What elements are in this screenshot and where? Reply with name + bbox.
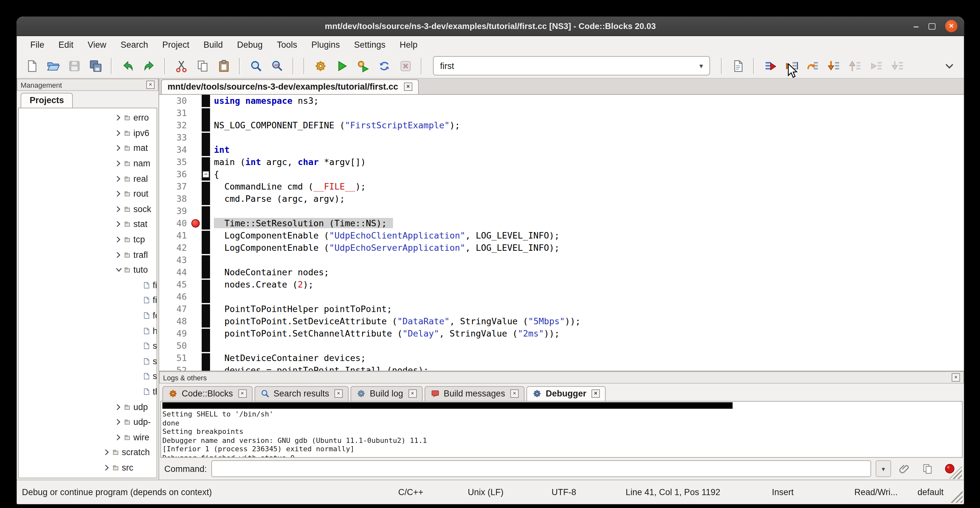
menu-settings[interactable]: Settings: [347, 37, 393, 52]
next-line-icon[interactable]: [803, 56, 822, 75]
line-number[interactable]: 47: [159, 303, 190, 315]
tree-item-wire[interactable]: wire: [19, 430, 157, 445]
code-line-31[interactable]: 31: [159, 107, 964, 119]
line-number[interactable]: 50: [159, 340, 190, 352]
code-editor[interactable]: 30using namespace ns3;3132NS_LOG_COMPONE…: [159, 95, 964, 371]
tree-item-fo[interactable]: fo: [19, 308, 157, 323]
tree-item-rout[interactable]: rout: [19, 186, 157, 201]
breakpoint-margin[interactable]: [190, 352, 202, 364]
doc-list-icon[interactable]: [728, 56, 748, 75]
menu-debug[interactable]: Debug: [230, 37, 270, 52]
debug-continue-icon[interactable]: [760, 56, 780, 75]
code-line-49[interactable]: 49 pointToPoint.SetChannelAttribute ("De…: [159, 328, 964, 340]
line-number[interactable]: 40: [159, 217, 190, 229]
line-number[interactable]: 39: [159, 205, 190, 217]
menu-search[interactable]: Search: [113, 37, 155, 52]
command-history-chevron-icon[interactable]: ▾: [876, 460, 891, 477]
breakpoint-margin[interactable]: [190, 340, 202, 352]
line-number[interactable]: 34: [159, 144, 190, 156]
find-icon[interactable]: [246, 56, 266, 75]
code-line-39[interactable]: 39: [159, 205, 964, 217]
breakpoint-margin[interactable]: [190, 107, 202, 119]
window-resize-grip[interactable]: [948, 489, 963, 503]
tree-item-sock[interactable]: sock: [19, 201, 157, 217]
menu-file[interactable]: File: [23, 37, 51, 52]
code-line-51[interactable]: 51 NetDeviceContainer devices;: [159, 352, 964, 364]
code-line-33[interactable]: 33: [159, 132, 964, 144]
breakpoint-margin[interactable]: [190, 132, 202, 144]
step-into-icon[interactable]: [824, 56, 843, 75]
line-number[interactable]: 30: [159, 95, 190, 107]
code-line-38[interactable]: 38 cmd.Parse (argc, argv);: [159, 193, 964, 205]
breakpoint-margin[interactable]: [190, 266, 202, 279]
breakpoint-margin[interactable]: [190, 303, 202, 315]
line-number[interactable]: 46: [159, 291, 190, 303]
menu-plugins[interactable]: Plugins: [304, 37, 347, 52]
chevron-right-icon[interactable]: [104, 449, 113, 456]
line-number[interactable]: 32: [159, 119, 190, 132]
copy-icon[interactable]: [192, 56, 212, 75]
tab-close-icon[interactable]: ×: [408, 389, 417, 398]
toolbar-overflow-icon[interactable]: [939, 56, 959, 75]
editor-tab-first-cc[interactable]: mnt/dev/tools/source/ns-3-dev/examples/t…: [161, 79, 419, 94]
logs-tab-search-results[interactable]: Search results×: [254, 386, 348, 401]
tab-close-icon[interactable]: ×: [238, 389, 247, 398]
line-number[interactable]: 48: [159, 315, 190, 328]
build-icon[interactable]: [310, 56, 330, 75]
tree-item-stat[interactable]: stat: [19, 217, 157, 232]
breakpoint-margin[interactable]: [190, 279, 202, 291]
chevron-right-icon[interactable]: [115, 251, 124, 258]
line-number[interactable]: 41: [159, 229, 190, 242]
line-number[interactable]: 49: [159, 328, 190, 340]
breakpoint-margin[interactable]: [190, 315, 202, 328]
breakpoint-margin[interactable]: [190, 119, 202, 132]
save-icon[interactable]: [64, 56, 84, 75]
breakpoint-margin[interactable]: [190, 328, 202, 340]
logs-close-icon[interactable]: ×: [951, 373, 960, 382]
breakpoint-margin[interactable]: [190, 205, 202, 217]
tree-item-trafl[interactable]: trafl: [19, 247, 157, 263]
line-number[interactable]: 44: [159, 266, 190, 279]
chevron-right-icon[interactable]: [115, 191, 124, 197]
tree-item-ipv6[interactable]: ipv6: [19, 126, 157, 140]
logs-tab-code-blocks[interactable]: Code::Blocks×: [162, 386, 252, 401]
breakpoint-icon[interactable]: [191, 219, 200, 228]
tree-item-erro[interactable]: erro: [19, 110, 157, 126]
abort-icon[interactable]: [396, 56, 415, 75]
save-all-icon[interactable]: [86, 56, 105, 75]
tree-item-fif[interactable]: fif: [19, 277, 157, 293]
code-line-41[interactable]: 41 LogComponentEnable ("UdpEchoClientApp…: [159, 229, 964, 242]
code-line-37[interactable]: 37 CommandLine cmd (__FILE__);: [159, 180, 964, 193]
tree-item-udp[interactable]: udp: [19, 400, 157, 414]
logs-tab-build-messages[interactable]: Build messages×: [424, 386, 525, 401]
line-number[interactable]: 43: [159, 254, 190, 266]
chevron-right-icon[interactable]: [115, 115, 124, 121]
combobox-chevron-icon[interactable]: ▾: [699, 62, 703, 70]
breakpoint-margin[interactable]: [190, 229, 202, 242]
code-line-35[interactable]: 35main (int argc, char *argv[]): [159, 156, 964, 168]
tree-item-se[interactable]: se: [19, 354, 157, 369]
breakpoint-margin[interactable]: [190, 364, 202, 371]
minimize-icon[interactable]: –: [913, 23, 919, 29]
menu-edit[interactable]: Edit: [51, 37, 81, 52]
tree-item-udp-[interactable]: udp-: [19, 414, 157, 430]
tree-item-mat[interactable]: mat: [19, 140, 157, 156]
breakpoint-margin[interactable]: [190, 144, 202, 156]
menu-help[interactable]: Help: [393, 37, 425, 52]
breakpoint-margin[interactable]: [190, 156, 202, 168]
maximize-icon[interactable]: [929, 23, 935, 29]
replace-icon[interactable]: ab: [267, 56, 287, 75]
target-combobox[interactable]: first▾: [433, 56, 710, 75]
menu-build[interactable]: Build: [197, 37, 230, 52]
open-icon[interactable]: [43, 56, 62, 75]
code-line-30[interactable]: 30using namespace ns3;: [159, 95, 964, 107]
tab-close-icon[interactable]: ×: [592, 389, 600, 398]
tree-item-tuto[interactable]: tuto: [19, 263, 157, 277]
tree-item-scratch[interactable]: scratch: [19, 445, 157, 460]
tab-close-icon[interactable]: ×: [510, 389, 519, 398]
tree-item-src[interactable]: src: [19, 460, 157, 475]
chevron-right-icon[interactable]: [115, 236, 124, 243]
code-line-36[interactable]: 36−{: [159, 168, 964, 180]
close-icon[interactable]: ×: [945, 20, 958, 32]
chevron-right-icon[interactable]: [115, 205, 124, 213]
